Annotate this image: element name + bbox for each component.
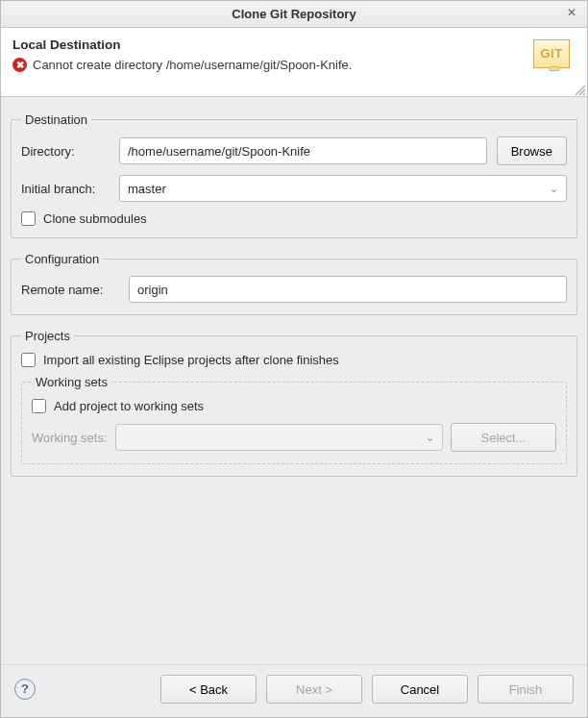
remote-name-input[interactable] [129, 276, 567, 303]
configuration-legend: Configuration [21, 252, 103, 266]
working-sets-legend: Working sets [32, 375, 111, 389]
help-button[interactable]: ? [14, 679, 36, 700]
close-icon[interactable]: ✕ [564, 6, 579, 21]
projects-legend: Projects [21, 329, 74, 343]
initial-branch-value: master [128, 182, 166, 196]
directory-label: Directory: [21, 144, 110, 159]
add-to-working-sets-checkbox[interactable] [32, 399, 46, 413]
import-projects-label: Import all existing Eclipse projects aft… [43, 353, 339, 367]
error-icon: ✖ [12, 58, 27, 72]
destination-legend: Destination [21, 112, 91, 127]
initial-branch-label: Initial branch: [21, 182, 110, 196]
svg-line-2 [583, 93, 585, 95]
git-logo-text: GIT [533, 39, 570, 68]
browse-button[interactable]: Browse [497, 136, 567, 165]
add-to-working-sets-label: Add project to working sets [54, 399, 204, 413]
directory-input[interactable] [119, 137, 487, 164]
initial-branch-select[interactable]: master ⌄ [119, 175, 567, 202]
chevron-down-icon: ⌄ [426, 432, 434, 444]
window-title: Clone Git Repository [232, 7, 355, 21]
projects-group: Projects Import all existing Eclipse pro… [11, 329, 577, 477]
clone-submodules-label: Clone submodules [43, 211, 147, 226]
working-sets-select: ⌄ [115, 424, 443, 451]
remote-name-label: Remote name: [21, 283, 119, 297]
cancel-button[interactable]: Cancel [372, 675, 468, 704]
configuration-group: Configuration Remote name: [11, 252, 577, 315]
back-button[interactable]: < Back [160, 675, 257, 704]
import-projects-checkbox[interactable] [21, 353, 36, 367]
clone-submodules-checkbox[interactable] [21, 211, 36, 226]
finish-button: Finish [478, 675, 574, 704]
working-sets-select-button: Select... [451, 423, 556, 452]
next-button: Next > [266, 675, 362, 704]
chevron-down-icon: ⌄ [550, 183, 558, 195]
working-sets-label: Working sets: [32, 431, 108, 445]
banner-heading: Local Destination [12, 37, 576, 52]
working-sets-group: Working sets Add project to working sets… [21, 375, 567, 464]
banner-error-message: Cannot create directory /home/username/g… [33, 58, 352, 72]
resize-grip-icon [570, 80, 587, 97]
git-logo: GIT [533, 39, 577, 84]
destination-group: Destination Directory: Browse Initial br… [11, 112, 577, 238]
